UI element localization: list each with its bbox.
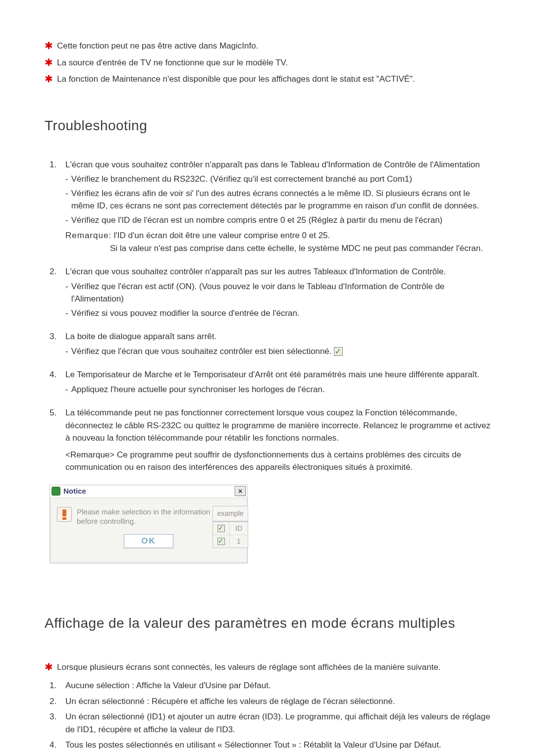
section-heading-troubleshooting: Troubleshooting: [45, 115, 490, 136]
multiscreen-list: 1. Aucune sélection : Affiche la Valeur …: [45, 679, 490, 752]
star-icon: ✱: [45, 661, 53, 674]
note-text: La fonction de Maintenance n'est disponi…: [57, 73, 415, 86]
list-item: 4. Le Temporisateur de Marche et le Temp…: [50, 368, 490, 396]
item-head: L'écran que vous souhaitez contrôler n'a…: [65, 265, 446, 278]
dialog-title: Notice: [63, 486, 235, 497]
item-number: 2.: [50, 695, 61, 708]
item-number: 2.: [50, 265, 61, 278]
exclamation-icon: [57, 507, 72, 522]
remark-label: Remarque:: [65, 231, 111, 240]
sub-text: Vérifiez les écrans afin de voir si' l'u…: [71, 187, 490, 212]
item-text: Tous les postes sélectionnés en utilisan…: [65, 739, 441, 752]
item-number: 4.: [50, 739, 61, 752]
remark-inline: <Remarque> Ce programme peut souffrir de…: [50, 449, 490, 474]
example-row: 1: [213, 535, 248, 548]
ok-button[interactable]: OK: [124, 534, 173, 548]
dash-icon: -: [65, 307, 68, 320]
star-icon: ✱: [45, 40, 53, 52]
note-item: ✱ La fonction de Maintenance n'est dispo…: [45, 73, 490, 86]
dash-icon: -: [65, 187, 68, 212]
sub-text-with-check: Vérifiez que l'écran que vous souhaitez …: [71, 345, 343, 358]
note-text: Cette fonction peut ne pas être active d…: [57, 40, 258, 52]
example-cell: ID: [230, 522, 248, 535]
remark-line1: l'ID d'un écran doit être une valeur com…: [114, 231, 330, 240]
item-number: 4.: [50, 368, 61, 381]
remark-line2: Si la valeur n'est pas comprise dans cet…: [65, 242, 490, 255]
example-row: ID: [213, 522, 248, 535]
troubleshooting-list: 1. L'écran que vous souhaitez contrôler …: [45, 158, 490, 563]
item-head: L'écran que vous souhaitez contrôler n'a…: [65, 158, 480, 171]
check-icon: [334, 347, 343, 356]
list-item: 2. Un écran sélectionné : Récupère et af…: [50, 695, 490, 708]
item-head: La boite de dialogue apparaît sans arrêt…: [65, 330, 216, 343]
item-head: La télécommande peut ne pas fonctionner …: [65, 406, 490, 445]
list-item: 1. Aucune sélection : Affiche la Valeur …: [50, 679, 490, 692]
notice-dialog: Notice × Please make selection in the in…: [50, 485, 248, 563]
item-number: 1.: [50, 158, 61, 171]
dialog-titlebar: Notice ×: [50, 485, 247, 498]
item-head: Le Temporisateur de Marche et le Tempori…: [65, 368, 480, 381]
list-item: 5. La télécommande peut ne pas fonctionn…: [50, 406, 490, 474]
star-icon: ✱: [45, 56, 53, 69]
item-number: 3.: [50, 330, 61, 343]
section-heading-multiscreen: Affichage de la valeur des paramètres en…: [45, 613, 490, 634]
sub-text: Vérifiez que l'ID de l'écran est un nomb…: [71, 214, 443, 227]
example-panel: example ID 1: [213, 506, 248, 548]
item-number: 5.: [50, 406, 61, 445]
list-item: 4. Tous les postes sélectionnés en utili…: [50, 739, 490, 752]
dash-icon: -: [65, 173, 68, 186]
sub-text: Vérifiez que l'écran est actif (ON). (Vo…: [71, 280, 490, 305]
remark-text: Ce programme peut souffrir de dysfonctio…: [65, 450, 461, 472]
close-icon[interactable]: ×: [235, 486, 246, 496]
sub-text: Vérifiez si vous pouvez modifier la sour…: [71, 307, 300, 320]
dash-icon: -: [65, 280, 68, 305]
dash-icon: -: [65, 345, 68, 358]
check-icon[interactable]: [217, 538, 225, 545]
item-number: 3.: [50, 710, 61, 736]
remark-block: Remarque: l'ID d'un écran doit être une …: [50, 229, 490, 254]
dash-icon: -: [65, 383, 68, 396]
item-text: Un écran sélectionné (ID1) et ajouter un…: [65, 710, 490, 736]
intro-text: Lorsque plusieurs écrans sont connectés,…: [57, 661, 441, 674]
section-multiple-screens: Affichage de la valeur des paramètres en…: [45, 613, 490, 752]
star-icon: ✱: [45, 73, 53, 86]
top-notes: ✱ Cette fonction peut ne pas être active…: [45, 40, 490, 86]
check-icon[interactable]: [217, 525, 225, 532]
sub-text: Vérifiez le branchement du RS232C. (Véri…: [71, 173, 412, 186]
note-item: ✱ La source d'entrée de TV ne fonctionne…: [45, 56, 490, 69]
list-item: 3. Un écran sélectionné (ID1) et ajouter…: [50, 710, 490, 736]
intro-note: ✱ Lorsque plusieurs écrans sont connecté…: [45, 661, 490, 674]
app-icon: [52, 487, 60, 496]
list-item: 1. L'écran que vous souhaitez contrôler …: [50, 158, 490, 255]
sub-text: Appliquez l'heure actuelle pour synchron…: [71, 383, 325, 396]
list-item: 3. La boite de dialogue apparaît sans ar…: [50, 330, 490, 357]
dash-icon: -: [65, 214, 68, 227]
note-item: ✱ Cette fonction peut ne pas être active…: [45, 40, 490, 52]
example-header: example: [213, 506, 248, 522]
note-text: La source d'entrée de TV ne fonctionne q…: [57, 56, 288, 69]
item-text: Aucune sélection : Affiche la Valeur d'U…: [65, 679, 271, 692]
item-number: 1.: [50, 679, 61, 692]
list-item: 2. L'écran que vous souhaitez contrôler …: [50, 265, 490, 319]
example-cell: 1: [230, 535, 248, 548]
remark-label: <Remarque>: [65, 450, 114, 459]
item-text: Un écran sélectionné : Récupère et affic…: [65, 695, 395, 708]
